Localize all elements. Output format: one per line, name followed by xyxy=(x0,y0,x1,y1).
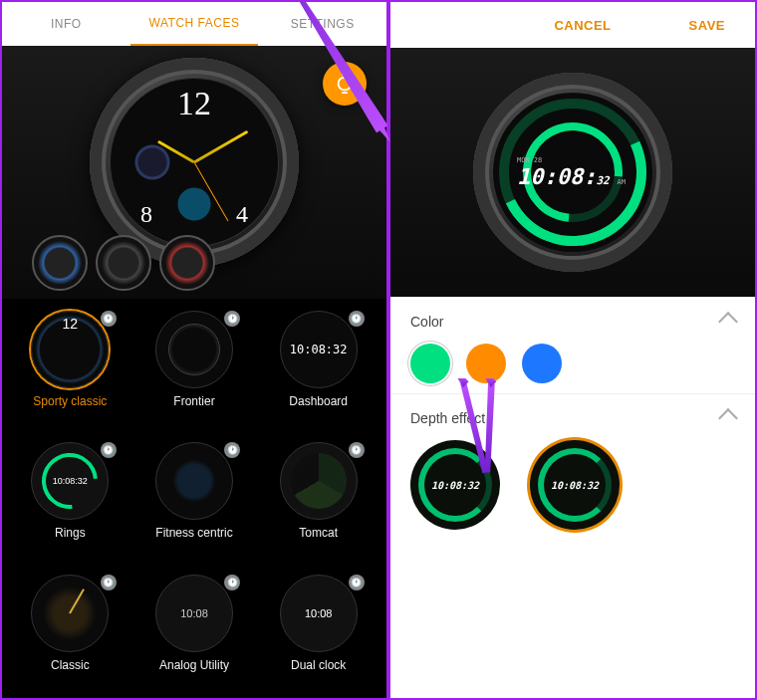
time-hm: 10:08: xyxy=(517,164,596,189)
watch-frame: MON 28 10:08:32 AM xyxy=(473,73,672,272)
chevron-up-icon xyxy=(718,408,738,428)
variant-silver[interactable] xyxy=(96,235,151,291)
swatch-blue[interactable] xyxy=(522,344,562,383)
face-sporty-classic[interactable]: 🕐 Sporty classic xyxy=(10,311,130,434)
color-swatches xyxy=(410,344,735,383)
customize-preview: MON 28 10:08:32 AM xyxy=(390,48,755,297)
depth-option-3d[interactable] xyxy=(530,440,620,530)
second-hand xyxy=(194,162,229,221)
face-label: Sporty classic xyxy=(33,394,107,408)
face-thumb[interactable] xyxy=(31,311,109,388)
face-thumb[interactable] xyxy=(31,575,109,652)
chevron-up-icon xyxy=(718,312,738,332)
face-label: Fitness centric xyxy=(155,526,232,540)
face-thumb[interactable] xyxy=(280,575,358,652)
color-title: Color xyxy=(410,314,443,330)
tab-bar: INFO WATCH FACES SETTINGS xyxy=(2,2,386,46)
clock-icon: 🕐 xyxy=(101,311,117,327)
face-fitness-centric[interactable]: 🕐 Fitness centric xyxy=(134,442,255,566)
depth-section-header[interactable]: Depth effect xyxy=(410,410,735,426)
clock-icon: 🕐 xyxy=(349,442,365,458)
tab-settings[interactable]: SETTINGS xyxy=(258,3,386,45)
numeral-8: 8 xyxy=(140,201,152,228)
watch-face-grid[interactable]: 🕐 Sporty classic 🕐 Frontier 🕐 Dashboard … xyxy=(2,299,386,698)
face-label: Analog Utility xyxy=(159,658,229,672)
clock-icon: 🕐 xyxy=(224,311,240,327)
color-section-header[interactable]: Color xyxy=(410,314,735,330)
save-button[interactable]: SAVE xyxy=(675,8,739,43)
variant-red[interactable] xyxy=(159,235,215,291)
face-thumb[interactable] xyxy=(155,442,233,520)
time-sec: 32 xyxy=(596,174,609,187)
face-analog-utility[interactable]: 🕐 Analog Utility xyxy=(134,575,255,698)
variant-blue[interactable] xyxy=(32,235,88,291)
face-label: Tomcat xyxy=(299,526,338,540)
face-thumb[interactable] xyxy=(155,575,233,652)
face-thumb[interactable] xyxy=(280,442,358,520)
depth-option-flat[interactable] xyxy=(410,440,500,530)
watch-icon xyxy=(334,73,356,95)
hero-preview: 8 4 xyxy=(2,46,386,299)
face-thumb[interactable] xyxy=(280,311,358,388)
clock-icon: 🕐 xyxy=(349,311,365,327)
date-label: MON 28 xyxy=(517,156,626,164)
depth-title: Depth effect xyxy=(410,410,485,426)
face-rings[interactable]: 🕐 Rings xyxy=(10,442,130,566)
face-label: Dual clock xyxy=(291,658,346,672)
hour-hand xyxy=(157,140,195,164)
minute-hand xyxy=(193,130,248,164)
clock-icon: 🕐 xyxy=(224,442,240,458)
face-label: Frontier xyxy=(173,394,214,408)
face-dashboard[interactable]: 🕐 Dashboard xyxy=(258,311,378,434)
swatch-orange[interactable] xyxy=(466,344,506,383)
style-variants-row xyxy=(32,235,215,291)
numeral-4: 4 xyxy=(236,201,248,228)
watch-faces-screen: INFO WATCH FACES SETTINGS 8 4 🕐 xyxy=(0,0,388,700)
face-thumb[interactable] xyxy=(31,442,109,520)
face-frontier[interactable]: 🕐 Frontier xyxy=(134,311,255,434)
time-display: MON 28 10:08:32 AM xyxy=(517,156,626,189)
depth-section: Depth effect xyxy=(390,393,755,540)
clock-icon: 🕐 xyxy=(224,575,240,590)
face-label: Classic xyxy=(51,658,90,672)
customize-fab-button[interactable] xyxy=(323,62,367,106)
face-dual-clock[interactable]: 🕐 Dual clock xyxy=(258,575,378,698)
watch-dial-sporty-classic: 8 4 xyxy=(110,78,279,247)
face-classic[interactable]: 🕐 Classic xyxy=(10,575,130,698)
swatch-green[interactable] xyxy=(410,344,450,383)
rings-dial: MON 28 10:08:32 AM xyxy=(493,93,652,252)
ampm-label: AM xyxy=(618,178,626,186)
clock-icon: 🕐 xyxy=(101,442,117,458)
face-tomcat[interactable]: 🕐 Tomcat xyxy=(258,442,378,566)
depth-options xyxy=(410,440,735,530)
clock-icon: 🕐 xyxy=(349,575,365,590)
face-label: Dashboard xyxy=(289,394,348,408)
action-bar: CANCEL SAVE xyxy=(390,2,755,48)
tab-info[interactable]: INFO xyxy=(2,3,130,45)
face-thumb[interactable] xyxy=(155,311,233,388)
clock-icon: 🕐 xyxy=(101,575,117,590)
tab-watch-faces[interactable]: WATCH FACES xyxy=(130,2,259,46)
color-section: Color xyxy=(390,297,755,393)
customize-screen: CANCEL SAVE MON 28 10:08:32 AM Color xyxy=(388,0,757,700)
face-label: Rings xyxy=(55,526,86,540)
cancel-button[interactable]: CANCEL xyxy=(540,8,625,43)
